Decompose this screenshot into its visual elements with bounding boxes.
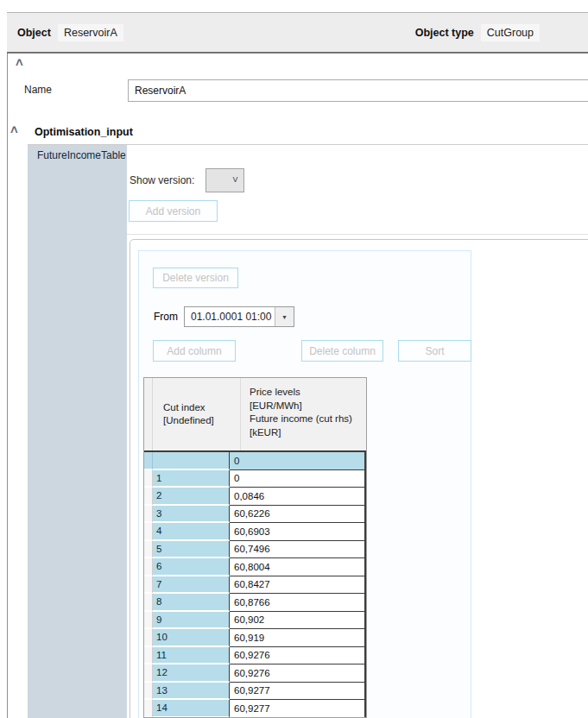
delete-column-button[interactable]: Delete column xyxy=(301,340,383,362)
row-gutter[interactable] xyxy=(144,452,153,470)
row-value-cell[interactable]: 60,8427 xyxy=(230,576,366,595)
row-index-cell[interactable]: 10 xyxy=(153,629,230,647)
row-value-cell[interactable]: 60,9276 xyxy=(230,664,366,683)
table-row[interactable]: 5 60,7496 xyxy=(144,541,366,559)
row-index-cell[interactable]: 3 xyxy=(153,506,230,524)
row-gutter[interactable] xyxy=(144,629,153,647)
table-row[interactable]: 8 60,8766 xyxy=(144,594,366,612)
row-value-cell[interactable]: 60,9277 xyxy=(230,700,366,718)
row-value-cell[interactable]: 60,902 xyxy=(230,612,366,630)
table-row[interactable]: 6 60,8004 xyxy=(144,558,366,576)
from-label: From xyxy=(154,311,178,323)
table-row[interactable]: 12 60,9276 xyxy=(144,664,366,683)
table-row[interactable]: 9 60,902 xyxy=(144,612,366,630)
collapse-general-icon[interactable]: ˄ xyxy=(16,59,23,67)
row-gutter[interactable] xyxy=(144,576,153,595)
row-value-cell[interactable]: 60,7496 xyxy=(230,541,366,559)
object-type-label: Object type xyxy=(415,27,474,39)
row-index-cell[interactable]: 1 xyxy=(153,470,230,488)
object-type-value: CutGroup xyxy=(481,24,540,41)
sort-button[interactable]: Sort xyxy=(398,340,471,362)
cut-index-column-header: Cut index [Undefined] xyxy=(153,378,241,450)
row-value-cell[interactable]: 0 xyxy=(230,452,366,470)
row-value-cell[interactable]: 0 xyxy=(230,470,366,488)
object-type-group: Object type CutGroup xyxy=(415,24,540,41)
row-gutter[interactable] xyxy=(144,470,153,488)
name-label: Name xyxy=(24,84,52,96)
row-index-cell[interactable]: 4 xyxy=(153,523,230,541)
row-gutter[interactable] xyxy=(144,506,153,524)
row-gutter[interactable] xyxy=(144,664,153,683)
row-gutter[interactable] xyxy=(144,523,153,541)
row-gutter[interactable] xyxy=(144,558,153,576)
row-index-cell[interactable]: 6 xyxy=(153,558,230,576)
table-row[interactable]: 10 60,919 xyxy=(144,629,366,647)
add-version-button[interactable]: Add version xyxy=(129,200,218,222)
row-index-cell[interactable]: 11 xyxy=(153,647,230,665)
row-value-cell[interactable]: 60,9277 xyxy=(230,683,366,701)
table-row[interactable]: 4 60,6903 xyxy=(144,523,366,541)
add-column-button[interactable]: Add column xyxy=(153,340,236,362)
attribute-sidebar: FutureIncomeTable xyxy=(28,145,127,718)
table-row[interactable]: 2 0,0846 xyxy=(144,488,366,506)
combo-arrow-icon[interactable]: ▼ xyxy=(275,307,294,326)
row-index-cell[interactable]: 7 xyxy=(153,576,230,595)
row-index-cell[interactable]: 9 xyxy=(153,612,230,630)
delete-version-button[interactable]: Delete version xyxy=(153,268,238,288)
object-label: Object xyxy=(17,27,51,39)
table-header-row: Cut index [Undefined] Price levels [EUR/… xyxy=(144,378,366,452)
row-value-cell[interactable]: 60,6226 xyxy=(230,506,366,524)
object-value: ReservoirA xyxy=(58,24,123,41)
object-header-bar: Object ReservoirA Object type CutGroup xyxy=(7,12,588,54)
optimisation-section-title: Optimisation_input xyxy=(35,126,133,138)
row-gutter[interactable] xyxy=(144,700,153,718)
row-gutter[interactable] xyxy=(144,647,153,665)
row-index-cell[interactable]: 12 xyxy=(153,664,230,683)
from-datetime-value: 01.01.0001 01:00 xyxy=(185,307,275,326)
row-value-cell[interactable]: 60,919 xyxy=(230,629,366,647)
row-value-cell[interactable]: 60,8766 xyxy=(230,594,366,612)
object-group: Object ReservoirA xyxy=(17,24,123,41)
row-index-cell[interactable]: 8 xyxy=(153,594,230,612)
row-index-cell[interactable]: 14 xyxy=(153,700,230,718)
table-row[interactable]: 14 60,9277 xyxy=(144,700,366,718)
row-value-cell[interactable]: 60,9276 xyxy=(230,647,366,665)
row-gutter[interactable] xyxy=(144,683,153,701)
window-left-edge xyxy=(7,12,8,718)
row-gutter[interactable] xyxy=(144,541,153,559)
table-row-selected[interactable]: 0 xyxy=(144,452,366,470)
sidebar-item-futureincometable[interactable]: FutureIncomeTable xyxy=(28,145,127,161)
collapse-optimisation-icon[interactable]: ˄ xyxy=(10,126,18,135)
row-gutter-header xyxy=(144,378,153,450)
content-divider xyxy=(127,234,588,235)
row-gutter[interactable] xyxy=(144,594,153,612)
show-version-label: Show version: xyxy=(130,174,194,186)
row-value-cell[interactable]: 60,6903 xyxy=(230,523,366,541)
price-levels-column-header: Price levels [EUR/MWh] Future income (cu… xyxy=(241,378,366,450)
table-row[interactable]: 3 60,6226 xyxy=(144,506,366,524)
table-row[interactable]: 13 60,9277 xyxy=(144,683,366,701)
show-version-select[interactable]: ˅ xyxy=(205,168,244,192)
name-input[interactable]: ReservoirA xyxy=(128,79,588,102)
row-value-cell[interactable]: 0,0846 xyxy=(230,488,366,506)
chevron-down-icon: ˅ xyxy=(232,175,238,186)
table-row[interactable]: 11 60,9276 xyxy=(144,647,366,665)
row-gutter[interactable] xyxy=(144,488,153,506)
table-row[interactable]: 1 0 xyxy=(144,470,366,488)
table-body: 1 0 2 0,0846 3 60,6226 4 60,6903 5 60,74… xyxy=(144,470,366,718)
table-row[interactable]: 7 60,8427 xyxy=(144,576,366,595)
row-index-cell[interactable] xyxy=(153,452,230,470)
row-index-cell[interactable]: 5 xyxy=(153,541,230,559)
row-value-cell[interactable]: 60,8004 xyxy=(230,558,366,576)
row-index-cell[interactable]: 2 xyxy=(153,488,230,506)
row-index-cell[interactable]: 13 xyxy=(153,683,230,701)
from-datetime-select[interactable]: 01.01.0001 01:00 ▼ xyxy=(184,306,294,327)
future-income-table: Cut index [Undefined] Price levels [EUR/… xyxy=(143,377,367,718)
row-gutter[interactable] xyxy=(144,612,153,630)
